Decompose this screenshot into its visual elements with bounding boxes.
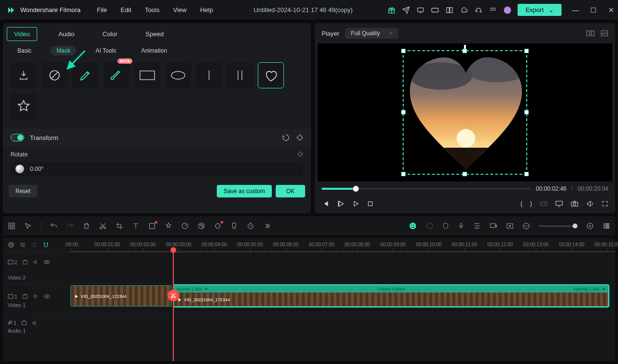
window-close-button[interactable]: ✕	[608, 6, 614, 14]
apps-icon[interactable]	[489, 6, 497, 14]
timeline-toggle-1-icon[interactable]	[8, 241, 14, 248]
export-button[interactable]: Export ⌄	[518, 4, 562, 16]
tab-video[interactable]: Video	[7, 27, 37, 41]
resize-handle[interactable]	[524, 49, 529, 53]
shield-icon[interactable]	[442, 222, 449, 230]
keyframe-icon[interactable]	[296, 134, 303, 141]
gift-icon[interactable]	[387, 6, 396, 14]
picture-icon[interactable]	[601, 30, 608, 37]
fullscreen-icon[interactable]	[602, 200, 608, 207]
mask-star[interactable]	[11, 93, 37, 119]
undo-icon[interactable]	[282, 134, 290, 141]
track-video1-mute-icon[interactable]	[33, 294, 39, 299]
crop-tool-icon[interactable]	[115, 222, 123, 230]
tab-speed[interactable]: Speed	[139, 28, 170, 41]
cloud-icon[interactable]	[460, 6, 468, 14]
menu-file[interactable]: File	[91, 4, 113, 15]
subtab-mask[interactable]: Mask	[51, 46, 76, 56]
redo-tool-icon[interactable]	[66, 222, 74, 230]
track-video1-settings-icon[interactable]	[22, 294, 28, 299]
tab-audio[interactable]: Audio	[52, 28, 81, 41]
subtab-ai-tools[interactable]: AI Tools	[90, 46, 122, 56]
resize-handle[interactable]	[463, 172, 467, 176]
rotate-slider-knob[interactable]	[15, 165, 24, 173]
stop-button[interactable]	[367, 200, 374, 207]
prev-frame-button[interactable]	[322, 200, 329, 208]
tab-color[interactable]: Color	[96, 28, 124, 41]
timeline-toggle-2-icon[interactable]	[19, 241, 26, 248]
track-video1-visibility-icon[interactable]	[43, 294, 50, 299]
menu-edit[interactable]: Edit	[115, 4, 137, 15]
undo-tool-icon[interactable]	[50, 222, 57, 230]
play-button[interactable]	[337, 200, 345, 208]
render-icon[interactable]	[426, 222, 434, 230]
selection-box[interactable]	[403, 50, 527, 175]
ai-assistant-icon[interactable]	[408, 222, 417, 230]
ai-tool-icon[interactable]	[214, 222, 222, 230]
timeline-ruler[interactable]: :00:0000:00:01:0000:00:02:0000:00:03:000…	[70, 238, 615, 252]
mask-single-line[interactable]	[196, 62, 222, 88]
track-audio1-mute-icon[interactable]	[32, 320, 38, 326]
send-icon[interactable]	[402, 6, 410, 14]
display-icon[interactable]	[555, 200, 563, 207]
mask-brush[interactable]: BETA	[103, 62, 129, 88]
timer-tool-icon[interactable]	[247, 222, 254, 230]
volume-icon[interactable]	[586, 200, 594, 208]
mask-double-line[interactable]	[227, 62, 253, 88]
mask-none[interactable]	[42, 62, 68, 88]
freeze-frame-icon[interactable]	[506, 223, 514, 229]
mask-ellipse[interactable]	[165, 62, 191, 88]
transform-toggle[interactable]	[11, 134, 24, 141]
device-icon-2[interactable]	[431, 6, 439, 14]
zoom-in-icon[interactable]	[586, 222, 594, 230]
save-custom-button[interactable]: Save as custom	[217, 185, 271, 197]
layout-icon[interactable]	[445, 6, 454, 14]
mask-heart[interactable]	[258, 62, 284, 88]
mark-in-icon[interactable]: {	[520, 200, 522, 207]
record-screen-icon[interactable]	[490, 223, 497, 229]
headphones-icon[interactable]	[474, 6, 483, 14]
resize-handle[interactable]	[401, 110, 406, 114]
track-audio1-settings-icon[interactable]	[21, 320, 27, 326]
progress-knob[interactable]	[353, 186, 359, 192]
voiceover-icon[interactable]	[458, 222, 464, 230]
resize-handle[interactable]	[524, 172, 529, 176]
menu-help[interactable]: Help	[194, 4, 219, 15]
rotate-slider[interactable]: 0.00°	[11, 162, 303, 176]
cut-tool-icon[interactable]	[99, 222, 107, 230]
effects-tool-icon[interactable]	[165, 222, 172, 230]
marker-tool-icon[interactable]	[230, 222, 238, 230]
text-tool-icon[interactable]	[132, 222, 140, 230]
subtab-basic[interactable]: Basic	[12, 46, 37, 56]
compare-view-icon[interactable]	[586, 30, 595, 37]
clip-trim-icon[interactable]	[540, 200, 548, 207]
window-maximize-button[interactable]: ☐	[590, 6, 597, 14]
split-at-playhead-button[interactable]	[168, 290, 179, 301]
menu-tools[interactable]: Tools	[139, 4, 165, 15]
timeline-toggle-3-icon[interactable]	[31, 241, 38, 248]
ok-button[interactable]: OK	[276, 185, 305, 197]
keyframe-tool-icon[interactable]	[148, 222, 156, 230]
playhead[interactable]	[173, 251, 174, 361]
window-minimize-button[interactable]: ―	[572, 6, 579, 14]
quick-split-icon[interactable]	[8, 222, 15, 230]
subtab-animation[interactable]: Animation	[135, 46, 172, 56]
timeline-options-icon[interactable]	[603, 222, 610, 230]
delete-tool-icon[interactable]	[83, 222, 90, 230]
audio-mixer-icon[interactable]	[473, 223, 481, 229]
resize-handle[interactable]	[401, 172, 406, 176]
color-tool-icon[interactable]	[197, 222, 205, 230]
reset-button[interactable]: Reset	[9, 185, 37, 197]
clip-1[interactable]: VID_20221004_172344	[70, 285, 172, 307]
playback-progress[interactable]	[322, 188, 531, 190]
rotate-keyframe-icon[interactable]	[297, 151, 303, 158]
mask-rectangle[interactable]	[134, 62, 160, 88]
zoom-slider[interactable]	[539, 225, 577, 227]
mark-out-icon[interactable]: }	[530, 200, 532, 207]
zoom-out-icon[interactable]	[522, 222, 530, 230]
resize-handle[interactable]	[401, 49, 406, 53]
select-tool-icon[interactable]	[24, 222, 32, 230]
resize-handle[interactable]	[524, 110, 529, 114]
resize-handle[interactable]	[463, 49, 467, 53]
mask-import[interactable]	[11, 62, 37, 88]
